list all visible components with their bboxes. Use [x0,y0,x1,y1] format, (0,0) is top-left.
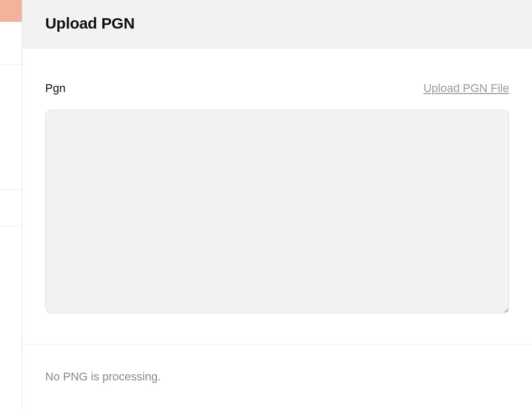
sidebar-divider [0,189,22,190]
sidebar-divider [0,226,22,226]
sidebar-accent-block [0,0,22,22]
status-section: No PNG is processing. [22,345,532,408]
processing-status-text: No PNG is processing. [45,370,509,384]
sidebar [0,0,22,409]
pgn-textarea[interactable] [45,110,509,313]
pgn-field-label: Pgn [45,82,65,95]
form-section: Pgn Upload PGN File [22,48,532,345]
sidebar-divider [0,64,22,65]
field-header-row: Pgn Upload PGN File [45,82,509,95]
main-panel: Upload PGN Pgn Upload PGN File No PNG is… [22,0,532,409]
page-title: Upload PGN [45,15,509,32]
upload-pgn-file-link[interactable]: Upload PGN File [423,82,509,95]
panel-header: Upload PGN [22,0,532,48]
app-layout: Upload PGN Pgn Upload PGN File No PNG is… [0,0,532,409]
